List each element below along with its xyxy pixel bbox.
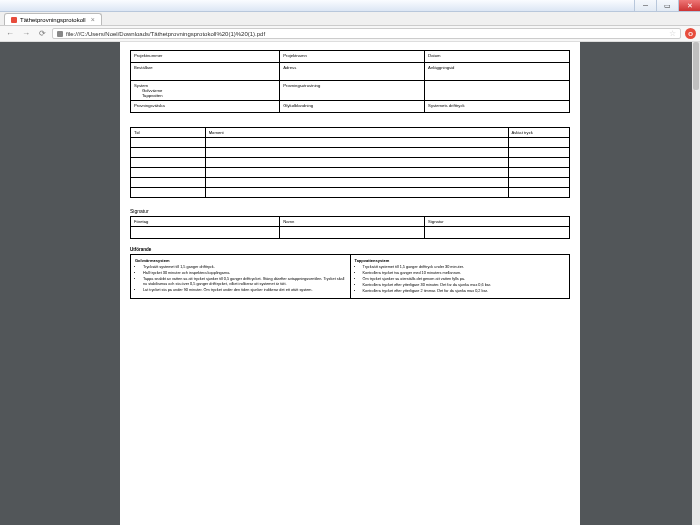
url-input[interactable]: file:///C:/Users/Noel/Downloads/Täthetpr… bbox=[52, 28, 681, 39]
cell-foretag: Företag bbox=[131, 217, 280, 227]
cell-bestallare: Beställare bbox=[131, 63, 280, 81]
url-text: file:///C:/Users/Noel/Downloads/Täthetpr… bbox=[66, 31, 265, 37]
reload-button[interactable]: ⟳ bbox=[36, 28, 48, 40]
signature-section: Signatur FöretagNamnSignatur bbox=[130, 208, 570, 239]
table-row bbox=[131, 188, 570, 198]
th-tryck: Avläst tryck bbox=[508, 128, 569, 138]
tab-strip: Täthetprovningsprotokoll × bbox=[0, 12, 700, 26]
signature-title: Signatur bbox=[130, 208, 570, 214]
signature-table: FöretagNamnSignatur bbox=[130, 216, 570, 239]
cell-provutrustning: Provningsutrustning bbox=[280, 81, 425, 101]
pdf-icon bbox=[11, 17, 17, 23]
close-button[interactable]: ✕ bbox=[678, 0, 700, 11]
golvvarme-box: Golvvärmesystem Trycksätt systemet till … bbox=[131, 255, 351, 298]
utforande-section: Utförande Golvvärmesystem Trycksätt syst… bbox=[130, 247, 570, 299]
table-row bbox=[131, 158, 570, 168]
th-tid: Tid bbox=[131, 128, 206, 138]
forward-button[interactable]: → bbox=[20, 28, 32, 40]
log-table: TidMomentAvläst tryck bbox=[130, 127, 570, 198]
tab-title: Täthetprovningsprotokoll bbox=[20, 17, 86, 23]
cell-projektnummer: Projektnummer bbox=[131, 51, 280, 63]
maximize-button[interactable]: ▭ bbox=[656, 0, 678, 11]
cell-glykol: Glykolblandning bbox=[280, 101, 425, 113]
window-titlebar: ─ ▭ ✕ bbox=[0, 0, 700, 12]
cell-drifttryck: Systemets drifttryck bbox=[425, 101, 570, 113]
utforande-title: Utförande bbox=[130, 247, 570, 252]
table-row bbox=[131, 178, 570, 188]
pdf-viewport: ProjektnummerProjektnamnDatum Beställare… bbox=[0, 42, 700, 525]
close-tab-icon[interactable]: × bbox=[91, 16, 95, 23]
cell-projektnamn: Projektnamn bbox=[280, 51, 425, 63]
address-bar: ← → ⟳ file:///C:/Users/Noel/Downloads/Tä… bbox=[0, 26, 700, 42]
table-row bbox=[131, 168, 570, 178]
file-icon bbox=[57, 31, 63, 37]
browser-tab[interactable]: Täthetprovningsprotokoll × bbox=[4, 13, 102, 25]
minimize-button[interactable]: ─ bbox=[634, 0, 656, 11]
cell-datum: Datum bbox=[425, 51, 570, 63]
vertical-scrollbar[interactable] bbox=[692, 42, 700, 525]
cell-namn: Namn bbox=[280, 217, 425, 227]
table-row bbox=[131, 138, 570, 148]
pdf-page: ProjektnummerProjektnamnDatum Beställare… bbox=[120, 42, 580, 525]
scroll-thumb[interactable] bbox=[693, 42, 699, 90]
th-moment: Moment bbox=[205, 128, 508, 138]
cell-signatur: Signatur bbox=[425, 217, 570, 227]
tappvatten-box: Tappvattensystem Trycksätt systemet till… bbox=[351, 255, 570, 298]
info-table: ProjektnummerProjektnamnDatum Beställare… bbox=[130, 50, 570, 113]
table-row bbox=[131, 148, 570, 158]
back-button[interactable]: ← bbox=[4, 28, 16, 40]
bookmark-icon[interactable]: ☆ bbox=[669, 29, 676, 38]
cell-provvatska: Provningsvätska bbox=[131, 101, 280, 113]
extension-button[interactable]: O bbox=[685, 28, 696, 39]
cell-system: SystemGolvvärmeTappvatten bbox=[131, 81, 280, 101]
instruction-boxes: Golvvärmesystem Trycksätt systemet till … bbox=[130, 254, 570, 299]
cell-anlaggningsid: Anläggningsid bbox=[425, 63, 570, 81]
cell-adress: Adress bbox=[280, 63, 425, 81]
